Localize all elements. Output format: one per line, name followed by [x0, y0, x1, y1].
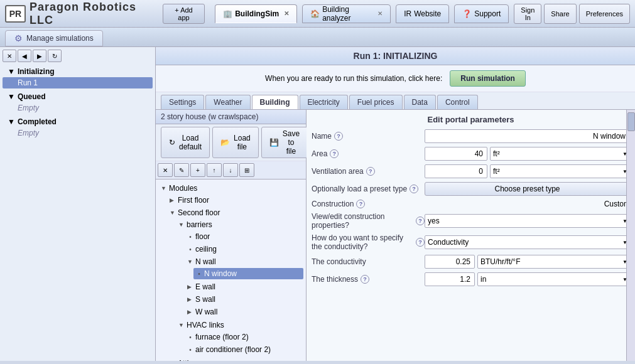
- right-scrollbar[interactable]: [626, 110, 635, 361]
- field-view-edit: View/edit construction properties? ? yes…: [312, 212, 630, 230]
- building-toolbar: ✕ ✎ + ↑ ↓ ⊞: [156, 161, 306, 179]
- view-edit-select-wrapper: yes no ▼: [425, 214, 630, 228]
- tab-support[interactable]: ❓ Support: [454, 4, 509, 23]
- w-wall-label[interactable]: ▶ W wall: [185, 306, 303, 318]
- choose-preset-button[interactable]: Choose preset type: [425, 182, 630, 196]
- ac-dot: •: [187, 346, 193, 353]
- tab-settings[interactable]: Settings: [161, 95, 204, 109]
- thickness-input[interactable]: [425, 272, 475, 286]
- tab-data[interactable]: Data: [404, 95, 436, 109]
- view-edit-select[interactable]: yes no: [425, 214, 630, 228]
- n-wall-text: N wall: [195, 257, 216, 266]
- tab-building-analyzer[interactable]: 🏠 Building analyzer ✕: [302, 4, 391, 23]
- ventilation-help-icon[interactable]: ?: [366, 167, 375, 176]
- manage-simulations-tab[interactable]: ⚙ Manage simulations: [5, 30, 103, 46]
- hvac-links-label[interactable]: ▼ HVAC links: [176, 319, 303, 331]
- ventilation-unit-select[interactable]: ft² m²: [490, 164, 630, 178]
- building-left-panel: 2 story house (w crawlspace) ↻ Load defa…: [156, 110, 307, 361]
- queued-empty: Empty: [3, 102, 153, 114]
- construction-help-icon[interactable]: ?: [356, 200, 365, 208]
- field-preset-type: Optionally load a preset type ? Choose p…: [312, 182, 630, 196]
- conductivity-unit-select[interactable]: BTU/hr/ft/°F W/m·K: [477, 255, 630, 269]
- tree-add-button[interactable]: +: [190, 163, 205, 177]
- first-floor-label[interactable]: ▶ First floor: [167, 195, 303, 206]
- preset-help-icon[interactable]: ?: [410, 185, 418, 193]
- section-queued-header[interactable]: ▼ Queued: [3, 91, 153, 102]
- name-input-wrapper: [425, 129, 630, 143]
- second-floor-text: Second floor: [178, 208, 220, 217]
- conductivity-spec-label: How do you want to specify the conductiv…: [312, 233, 425, 251]
- tree-edit-button[interactable]: ✎: [174, 163, 189, 177]
- module-tree: ▼ Modules ▶ First floor: [156, 179, 306, 361]
- ventilation-area-input[interactable]: [425, 164, 487, 178]
- area-help-icon[interactable]: ?: [330, 149, 339, 158]
- tab-control[interactable]: Control: [437, 95, 478, 109]
- manage-icon: ⚙: [14, 33, 23, 43]
- section-completed-header[interactable]: ▼ Completed: [3, 116, 153, 127]
- name-help-icon[interactable]: ?: [334, 132, 343, 141]
- tab-support-icon: ❓: [462, 9, 472, 18]
- tab-website-label: Website: [414, 9, 441, 18]
- tab-weather[interactable]: Weather: [205, 95, 250, 109]
- run-simulation-button[interactable]: Run simulation: [450, 70, 526, 87]
- preferences-button[interactable]: Preferences: [579, 4, 630, 24]
- floor-label[interactable]: • floor: [185, 231, 303, 242]
- barriers-label[interactable]: ▼ barriers: [176, 219, 303, 230]
- load-default-button[interactable]: ↻ Load default: [161, 127, 210, 158]
- tab-building-analyzer-close[interactable]: ✕: [377, 10, 383, 17]
- ac-label[interactable]: • air conditioner (floor 2): [185, 344, 303, 355]
- add-app-button[interactable]: + Add app: [163, 4, 205, 24]
- app-header: PR Paragon Robotics LLC + Add app 🏢 Buil…: [0, 0, 635, 28]
- view-edit-help-icon[interactable]: ?: [416, 217, 425, 225]
- tree-hvac-links: ▼ HVAC links • furnace (floor 2): [176, 319, 303, 356]
- tab-website[interactable]: IR Website: [396, 4, 449, 23]
- n-wall-label[interactable]: ▼ N wall: [185, 256, 303, 267]
- area-unit-select[interactable]: ft² m²: [490, 147, 630, 161]
- conductivity-spec-help-icon[interactable]: ?: [416, 238, 425, 247]
- portal-title: Edit portal parameters: [312, 115, 630, 124]
- scroll-thumb[interactable]: [627, 112, 635, 131]
- area-input[interactable]: [425, 147, 487, 161]
- run1-item[interactable]: Run 1: [3, 77, 153, 88]
- area-input-wrapper: ft² m² ▼: [425, 147, 630, 161]
- e-wall-text: E wall: [195, 282, 215, 291]
- ceiling-dot: •: [187, 246, 193, 253]
- furnace-label[interactable]: • furnace (floor 2): [185, 331, 303, 343]
- sidebar-back-button[interactable]: ◀: [18, 50, 31, 62]
- section-initializing-label: Initializing: [18, 67, 55, 76]
- tab-buildingsim[interactable]: 🏢 BuildingSim ✕: [215, 4, 297, 23]
- tree-expand-button[interactable]: ⊞: [239, 163, 254, 177]
- tab-fuel-prices[interactable]: Fuel prices: [349, 95, 403, 109]
- conductivity-value-input[interactable]: [425, 255, 475, 269]
- sidebar-stop-button[interactable]: ✕: [3, 50, 16, 62]
- header-actions: Sign In Share Preferences: [514, 4, 630, 24]
- ceiling-label[interactable]: • ceiling: [185, 244, 303, 255]
- hvac-links-text: HVAC links: [187, 321, 224, 329]
- sign-in-button[interactable]: Sign In: [514, 4, 541, 24]
- section-initializing-header[interactable]: ▼ Initializing: [3, 66, 153, 77]
- second-floor-label[interactable]: ▼ Second floor: [167, 207, 303, 218]
- load-file-button[interactable]: 📂 Load file: [212, 127, 259, 158]
- conductivity-spec-select[interactable]: Conductivity R-value U-value: [425, 235, 630, 249]
- thickness-unit-select[interactable]: in cm m: [477, 272, 630, 286]
- s-wall-label[interactable]: ▶ S wall: [185, 294, 303, 305]
- name-input[interactable]: [425, 129, 630, 143]
- n-window-label[interactable]: • N window: [193, 268, 303, 279]
- thickness-help-icon[interactable]: ?: [361, 275, 369, 284]
- sidebar-refresh-button[interactable]: ↻: [48, 50, 62, 62]
- attic-label[interactable]: ▶ Attic: [167, 358, 303, 361]
- sidebar-forward-button[interactable]: ▶: [33, 50, 46, 62]
- tab-buildingsim-close[interactable]: ✕: [284, 10, 289, 17]
- tab-electricity[interactable]: Electricity: [300, 95, 348, 109]
- content-area: Run 1: INITIALIZING When you are ready t…: [156, 47, 635, 361]
- tree-up-button[interactable]: ↑: [207, 163, 222, 177]
- tab-building[interactable]: Building: [252, 95, 298, 109]
- share-button[interactable]: Share: [544, 4, 576, 24]
- tree-delete-button[interactable]: ✕: [158, 163, 173, 177]
- sidebar: ✕ ◀ ▶ ↻ ▼ Initializing Run 1 ▼ Queued Em…: [0, 47, 156, 361]
- modules-label[interactable]: ▼ Modules: [158, 183, 303, 194]
- e-wall-label[interactable]: ▶ E wall: [185, 281, 303, 292]
- save-to-file-button[interactable]: 💾 Save to file: [261, 127, 308, 158]
- tree-furnace: • furnace (floor 2): [185, 331, 303, 343]
- tree-down-button[interactable]: ↓: [223, 163, 238, 177]
